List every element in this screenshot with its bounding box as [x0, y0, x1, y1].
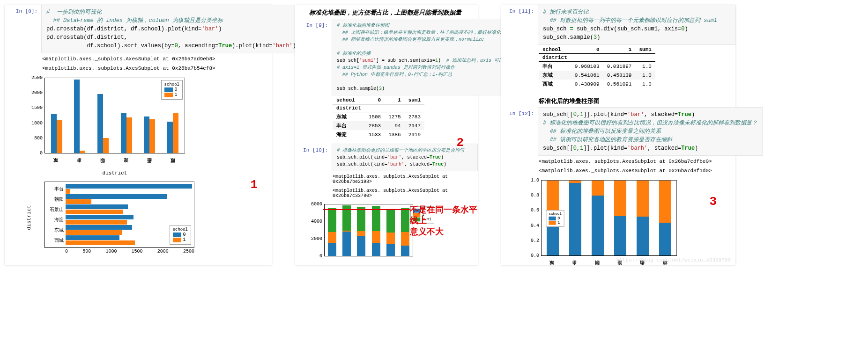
cell-in-9: In [9]: # 标准化后的堆叠柱形图 ## 上图存在缺陷：纵坐标并非频次而是…: [295, 19, 478, 95]
code-comment: ## DataFrame 的 index 为横轴，column 为纵轴且是分类坐…: [46, 16, 296, 25]
output-text: <matplotlib.axes._subplots.AxesSubplot a…: [5, 64, 272, 73]
annotation-2: 2: [456, 136, 464, 150]
x-label: district: [45, 170, 185, 176]
annotation-text: 不是在同一条水平线上 意义不大: [410, 205, 478, 238]
y-ticks: 1.00.80.60.40.20.0: [525, 178, 539, 258]
normalized-stacked-bar: 1.00.80.60.40.20.0 school 0 1 东城丰台朝阳海淀石景…: [541, 180, 677, 256]
stacked-bar-chart: 6000400020000 0 1 sum1: [324, 204, 413, 256]
panel-1: In [8]: # 一步到位的可视化 ## DataFrame 的 index …: [5, 5, 272, 265]
legend: school 0 1: [546, 210, 564, 227]
output-text: <matplotlib.axes._subplots.AxesSubplot a…: [501, 157, 735, 166]
panel-2: 标准化堆叠图，更方便看占比，上图都是只能看到数据量 In [9]: # 标准化后…: [295, 5, 478, 265]
table-row: 海淀153313862919: [333, 130, 424, 139]
heading: 标准化堆叠图，更方便看占比，上图都是只能看到数据量: [295, 5, 478, 19]
table-row: 东城0.5418610.4581391.0: [539, 71, 655, 80]
output-text: <matplotlib.axes._subplots.AxesSubplot a…: [295, 186, 478, 200]
x-ticks: 05001000150020002500: [45, 248, 194, 254]
code-comment: # 一步到位的可视化: [46, 8, 296, 16]
cell-in-12: In [12]: sub_sch[[0,1]].plot(kind='bar',…: [501, 107, 735, 156]
prompt-in-10: In [10]:: [295, 144, 332, 153]
legend-title: school: [173, 227, 188, 232]
prompt-in-8: In [8]:: [5, 5, 41, 14]
watermark: https://blog.csdn.net/weixin_43329700: [616, 257, 731, 263]
code-line: pd.crosstab(df.district,: [46, 33, 296, 42]
code-line: df.school).sort_values(by=0, ascending=T…: [46, 42, 296, 50]
table-row: 东城150812752783: [333, 112, 424, 122]
legend-title: school: [549, 212, 562, 216]
output-text: <matplotlib.axes._subplots.AxesSubplot a…: [5, 54, 272, 64]
y-ticks: 25002000150010005000: [29, 75, 43, 156]
code-body-10[interactable]: # 堆叠柱形图会更好的呈现每一个地区的学区房分布是否均匀 sub_sch.plo…: [332, 144, 478, 171]
table-row: 西城0.4389090.5610911.0: [539, 80, 655, 88]
barh-chart: 丰台朝阳石景山海淀东城西城 school 0 1 district 050010…: [45, 182, 194, 254]
prompt-in-12: In [12]:: [501, 107, 538, 116]
code-body-8[interactable]: # 一步到位的可视化 ## DataFrame 的 index 为横轴，colu…: [41, 5, 301, 53]
code-line: pd.crosstab(df.district, df.school).plot…: [46, 25, 296, 33]
code-body-11[interactable]: # 按行来求百分比 ## 对数据框的每一列中的每一个元素都除以对应行的加总列 s…: [538, 5, 735, 45]
prompt-in-11: In [11]:: [501, 5, 538, 14]
cell-in-11: In [11]: # 按行来求百分比 ## 对数据框的每一列中的每一个元素都除以…: [501, 5, 735, 45]
table-2: school01sum1 district 丰台0.9681030.031897…: [539, 46, 655, 88]
bar-chart-grouped: 25002000150010005000 school 0 1 东城丰台朝阳海淀…: [45, 78, 185, 153]
panel-3: In [11]: # 按行来求百分比 ## 对数据框的每一列中的每一个元素都除以…: [501, 5, 735, 265]
annotation-1: 1: [250, 178, 258, 192]
output-text: <matplotlib.axes._subplots.AxesSubplot a…: [295, 172, 478, 186]
cell-in-10: In [10]: # 堆叠柱形图会更好的呈现每一个地区的学区房分布是否均匀 su…: [295, 144, 478, 171]
cell-in-8: In [8]: # 一步到位的可视化 ## DataFrame 的 index …: [5, 5, 272, 53]
legend: school 0 1: [170, 225, 191, 245]
output-text: <matplotlib.axes._subplots.AxesSubplot a…: [501, 166, 735, 175]
annotation-3: 3: [709, 195, 717, 209]
table-row: 丰台2853942947: [333, 121, 424, 130]
code-body-12[interactable]: sub_sch[[0,1]].plot(kind='bar', stacked=…: [538, 107, 763, 156]
prompt-in-9: In [9]:: [295, 19, 332, 28]
table-row: 丰台0.9681030.0318971.0: [539, 62, 655, 71]
heading: 标准化后的堆叠柱形图: [501, 93, 735, 107]
y-label: district: [26, 205, 32, 230]
y-ticks: 6000400020000: [308, 202, 322, 259]
legend-title: school: [164, 82, 179, 87]
legend: school 0 1: [161, 80, 183, 100]
table-1: school01sum1 district 东城150812752783丰台28…: [333, 96, 424, 139]
code-body-9[interactable]: # 标准化后的堆叠柱形图 ## 上图存在缺陷：纵坐标并非频次而是数量，柱子的高度…: [332, 19, 518, 95]
